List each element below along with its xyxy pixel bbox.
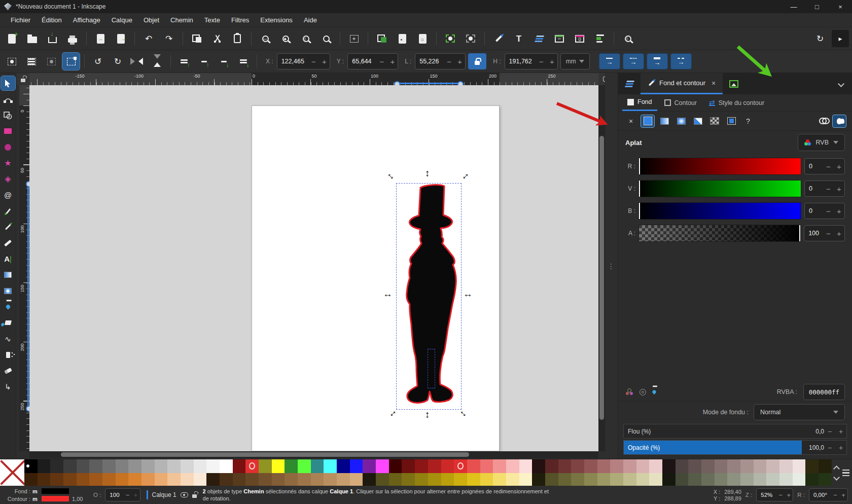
y-decrement[interactable]: − (376, 57, 387, 66)
scale-handle-e[interactable]: ↔ (463, 289, 473, 299)
tool-ellipse[interactable] (1, 140, 15, 154)
palette-swatch[interactable] (532, 459, 545, 473)
zoom-selection-button[interactable]: ▭ (257, 30, 274, 47)
palette-swatch[interactable] (819, 459, 832, 473)
width-field[interactable]: 55,226−+ (415, 53, 466, 69)
palette-swatch[interactable] (77, 473, 90, 487)
minimize-button[interactable]: — (782, 0, 805, 13)
palette-swatch[interactable] (623, 459, 636, 473)
layer-lock-icon[interactable] (192, 494, 197, 498)
unit-dropdown[interactable]: mm (560, 53, 590, 69)
palette-swatch[interactable] (194, 473, 207, 487)
scale-corners-toggle[interactable]: → (623, 53, 644, 69)
tool-pen[interactable] (1, 204, 15, 218)
palette-swatch[interactable] (155, 459, 168, 473)
palette-swatch[interactable] (793, 473, 806, 487)
palette-swatch[interactable] (206, 473, 220, 487)
vertical-ruler[interactable]: 050100150200250 (19, 85, 29, 451)
palette-swatch[interactable] (272, 473, 285, 487)
tool-mesh-gradient[interactable] (1, 284, 15, 298)
slider-red[interactable] (638, 158, 801, 175)
zoom-page-button[interactable]: ▯ (297, 30, 314, 47)
snap-bar-expander-button[interactable]: ▸ (832, 30, 849, 47)
alpha-value-field[interactable]: 100−+ (804, 225, 845, 241)
scale-handle-n[interactable]: ↕ (425, 168, 430, 178)
palette-swatch[interactable] (571, 473, 584, 487)
color-mode-dropdown[interactable]: RVB (798, 134, 845, 151)
palette-swatch[interactable] (402, 473, 415, 487)
deselect-button[interactable] (43, 53, 60, 70)
group-button[interactable] (442, 30, 459, 47)
tool-rectangle[interactable] (1, 124, 15, 138)
create-clone-button[interactable]: • (394, 30, 411, 47)
x-increment[interactable]: + (319, 57, 330, 66)
palette-swatch[interactable] (24, 473, 38, 487)
palette-swatch[interactable] (454, 459, 467, 473)
palette-swatch[interactable] (324, 473, 337, 487)
canvas[interactable]: ↔ ↕ ↔ ↔ ↔ ↔ ↕ ↔ (29, 85, 598, 451)
palette-swatch[interactable] (245, 473, 259, 487)
tool-gradient[interactable] (1, 268, 15, 282)
export-button[interactable]: → (112, 30, 129, 47)
slider-green[interactable] (638, 180, 801, 197)
tool-dropper[interactable] (1, 300, 15, 314)
fill-rule-nonzero-button[interactable] (833, 115, 846, 127)
layer-indicator[interactable]: Calque 1 (145, 490, 199, 499)
layer-visibility-icon[interactable] (181, 492, 188, 497)
menu-item-1[interactable]: Édition (36, 13, 67, 27)
palette-swatch[interactable] (715, 473, 728, 487)
palette-swatch[interactable] (584, 473, 597, 487)
select-all-button[interactable] (3, 53, 20, 70)
palette-swatch[interactable] (77, 459, 90, 473)
palette-swatch[interactable] (272, 459, 285, 473)
swatch-button[interactable] (725, 115, 738, 127)
zoom-page-width-button[interactable] (317, 30, 335, 47)
palette-swatch[interactable] (636, 473, 650, 487)
tool-calligraphy[interactable] (1, 236, 15, 250)
flip-vertical-button[interactable] (149, 53, 166, 70)
palette-swatch[interactable] (376, 459, 389, 473)
palette-swatch[interactable] (63, 459, 77, 473)
layers-dialog-tab[interactable] (618, 73, 641, 94)
tool-tweak[interactable]: ∿ (1, 332, 15, 346)
palette-swatch[interactable] (662, 459, 676, 473)
move-patterns-toggle[interactable]: → (670, 53, 692, 69)
width-increment[interactable]: + (454, 57, 465, 66)
tab-stroke-style[interactable]: ⇄Style du contour (704, 94, 769, 111)
flip-horizontal-button[interactable] (129, 53, 146, 70)
palette-swatch[interactable] (467, 473, 480, 487)
palette-swatch[interactable] (285, 459, 298, 473)
palette-swatch[interactable] (493, 459, 506, 473)
palette-swatch[interactable] (102, 473, 116, 487)
eyedropper-icon[interactable] (652, 389, 657, 394)
cut-button[interactable] (208, 30, 226, 47)
new-document-button[interactable] (3, 30, 20, 47)
lower-to-bottom-button[interactable]: ↓ (235, 53, 252, 70)
palette-swatch[interactable] (454, 473, 467, 487)
linear-gradient-button[interactable] (658, 115, 671, 127)
palette-swatch[interactable] (779, 473, 793, 487)
tool-star[interactable]: ★ (1, 156, 15, 170)
palette-swatch[interactable] (38, 459, 51, 473)
palette-swatch[interactable] (610, 473, 623, 487)
x-decrement[interactable]: − (308, 57, 319, 66)
palette-swatch[interactable] (727, 459, 740, 473)
palette-swatch[interactable] (233, 473, 246, 487)
palette-swatch[interactable] (50, 459, 63, 473)
palette-swatch[interactable] (506, 473, 519, 487)
rgba-hex-field[interactable]: 000000ff (803, 384, 845, 400)
palette-swatch[interactable] (441, 459, 454, 473)
palette-swatch[interactable] (597, 473, 611, 487)
palette-swatch[interactable] (819, 473, 832, 487)
lower-button[interactable]: ↓ (215, 53, 232, 70)
palette-swatch[interactable] (623, 473, 636, 487)
palette-swatch[interactable] (89, 473, 102, 487)
menu-item-3[interactable]: Calque (106, 13, 138, 27)
slider-alpha[interactable] (638, 225, 801, 242)
palette-swatch[interactable] (676, 459, 689, 473)
scrollbar-thumb[interactable] (599, 136, 604, 420)
palette-swatch[interactable] (141, 459, 155, 473)
tool-selector[interactable] (1, 76, 15, 90)
flat-color-button[interactable] (641, 115, 654, 127)
palette-swatch[interactable] (415, 459, 428, 473)
